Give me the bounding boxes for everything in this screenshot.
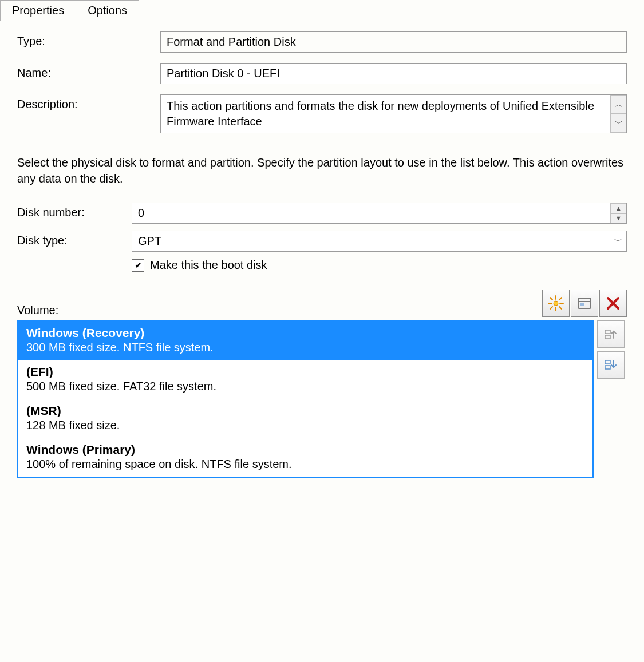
instructions-text: Select the physical disk to format and p…: [17, 154, 627, 187]
svg-rect-15: [605, 335, 610, 339]
type-label: Type:: [17, 31, 160, 48]
tab-bar: Properties Options: [0, 0, 644, 21]
spin-down-icon[interactable]: ▼: [611, 213, 626, 224]
disk-type-select[interactable]: GPT ﹀: [132, 231, 627, 252]
chevron-down-icon: ﹀: [610, 236, 626, 247]
new-volume-button[interactable]: [542, 290, 570, 317]
svg-line-7: [559, 298, 562, 300]
spin-up-icon[interactable]: ▲: [611, 203, 626, 213]
delete-x-icon: [605, 295, 622, 312]
name-input[interactable]: [160, 63, 627, 84]
move-down-button[interactable]: [597, 351, 625, 379]
properties-panel: Type: Format and Partition Disk Name: De…: [0, 21, 644, 495]
move-up-button[interactable]: [597, 320, 625, 348]
tab-options[interactable]: Options: [76, 0, 139, 21]
description-scrollbar: ︿ ﹀: [610, 95, 626, 133]
scroll-down-icon[interactable]: ﹀: [611, 114, 626, 133]
type-value: Format and Partition Disk: [160, 31, 627, 53]
volume-item-title: (MSR): [26, 404, 584, 418]
properties-icon: [576, 295, 593, 312]
divider: [17, 144, 627, 144]
name-label: Name:: [17, 63, 160, 80]
svg-point-8: [554, 301, 558, 306]
move-down-icon: [602, 356, 619, 374]
volume-label: Volume:: [17, 304, 58, 317]
volume-item-title: Windows (Primary): [26, 443, 584, 457]
description-label: Description:: [17, 94, 160, 111]
scroll-up-icon[interactable]: ︿: [611, 95, 626, 114]
svg-line-5: [559, 307, 562, 309]
volume-item-sub: 128 MB fixed size.: [26, 419, 584, 432]
list-item[interactable]: Windows (Primary) 100% of remaining spac…: [18, 438, 592, 477]
check-icon: ✔: [135, 260, 142, 271]
list-item[interactable]: Windows (Recovery) 300 MB fixed size. NT…: [18, 322, 592, 360]
svg-line-4: [550, 298, 552, 300]
volume-item-title: (EFI): [26, 365, 584, 379]
volume-toolbar: [542, 290, 627, 317]
boot-disk-label: Make this the boot disk: [150, 259, 267, 272]
svg-rect-9: [578, 298, 591, 308]
svg-rect-11: [580, 303, 584, 306]
volume-item-sub: 300 MB fixed size. NTFS file system.: [26, 341, 584, 354]
description-box: This action partitions and formats the d…: [160, 94, 627, 133]
disk-number-input[interactable]: [132, 203, 610, 223]
volume-item-title: Windows (Recovery): [26, 326, 584, 340]
svg-rect-14: [605, 330, 610, 334]
description-text[interactable]: This action partitions and formats the d…: [161, 95, 610, 133]
tab-properties[interactable]: Properties: [0, 0, 76, 21]
properties-button[interactable]: [571, 290, 598, 317]
sunburst-icon: [547, 295, 564, 312]
list-item[interactable]: (EFI) 500 MB fixed size. FAT32 file syst…: [18, 360, 592, 399]
volume-side-buttons: [597, 320, 627, 478]
disk-number-label: Disk number:: [17, 203, 132, 219]
svg-line-6: [550, 307, 552, 309]
volume-item-sub: 500 MB fixed size. FAT32 file system.: [26, 380, 584, 393]
disk-type-label: Disk type:: [17, 231, 132, 247]
volume-list[interactable]: Windows (Recovery) 300 MB fixed size. NT…: [17, 320, 594, 478]
svg-rect-17: [605, 366, 610, 369]
volume-item-sub: 100% of remaining space on disk. NTFS fi…: [26, 458, 584, 471]
delete-button[interactable]: [599, 290, 627, 317]
disk-number-stepper[interactable]: ▲ ▼: [132, 203, 627, 224]
list-item[interactable]: (MSR) 128 MB fixed size.: [18, 399, 592, 438]
boot-disk-checkbox[interactable]: ✔: [132, 259, 144, 272]
move-up-icon: [602, 326, 619, 343]
divider-2: [17, 279, 627, 279]
disk-type-value: GPT: [132, 231, 610, 251]
svg-rect-16: [605, 360, 610, 364]
